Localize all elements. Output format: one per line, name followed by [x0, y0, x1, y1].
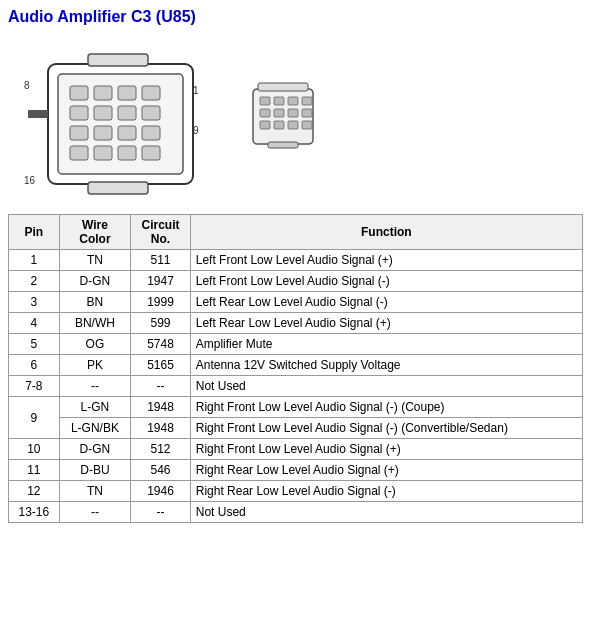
table-row: 6 PK 5165 Antenna 12V Switched Supply Vo… [9, 355, 583, 376]
table-row: 12 TN 1946 Right Rear Low Level Audio Si… [9, 481, 583, 502]
svg-rect-9 [142, 106, 160, 120]
svg-rect-11 [94, 126, 112, 140]
table-row: 10 D-GN 512 Right Front Low Level Audio … [9, 439, 583, 460]
svg-text:8: 8 [24, 80, 30, 91]
svg-rect-27 [260, 97, 270, 105]
table-row: 11 D-BU 546 Right Rear Low Level Audio S… [9, 460, 583, 481]
svg-rect-16 [118, 146, 136, 160]
svg-rect-31 [260, 109, 270, 117]
svg-rect-8 [118, 106, 136, 120]
connector-diagram-side [238, 69, 328, 169]
svg-rect-39 [268, 142, 298, 148]
col-header-wire-color: WireColor [59, 215, 131, 250]
svg-rect-12 [118, 126, 136, 140]
table-row: 9 L-GN 1948 Right Front Low Level Audio … [9, 397, 583, 418]
svg-rect-4 [118, 86, 136, 100]
svg-rect-38 [302, 121, 312, 129]
svg-rect-15 [94, 146, 112, 160]
svg-text:1: 1 [193, 85, 199, 96]
page-title: Audio Amplifier C3 (U85) [8, 8, 583, 26]
svg-rect-24 [88, 182, 148, 194]
svg-rect-30 [302, 97, 312, 105]
table-row: 13-16 -- -- Not Used [9, 502, 583, 523]
svg-rect-23 [88, 54, 148, 66]
svg-rect-34 [302, 109, 312, 117]
col-header-function: Function [190, 215, 582, 250]
col-header-pin: Pin [9, 215, 60, 250]
svg-rect-37 [288, 121, 298, 129]
svg-rect-5 [142, 86, 160, 100]
svg-text:16: 16 [24, 175, 36, 186]
connector-diagram-main: 8 1 9 16 [18, 34, 218, 204]
col-header-circuit: CircuitNo. [131, 215, 190, 250]
svg-rect-26 [258, 83, 308, 91]
svg-rect-7 [94, 106, 112, 120]
svg-rect-33 [288, 109, 298, 117]
svg-rect-32 [274, 109, 284, 117]
svg-rect-3 [94, 86, 112, 100]
table-row: 7-8 -- -- Not Used [9, 376, 583, 397]
svg-rect-35 [260, 121, 270, 129]
table-row: 5 OG 5748 Amplifier Mute [9, 334, 583, 355]
svg-rect-36 [274, 121, 284, 129]
svg-rect-6 [70, 106, 88, 120]
svg-rect-2 [70, 86, 88, 100]
svg-rect-29 [288, 97, 298, 105]
table-row: 4 BN/WH 599 Left Rear Low Level Audio Si… [9, 313, 583, 334]
svg-rect-17 [142, 146, 160, 160]
table-row: L-GN/BK 1948 Right Front Low Level Audio… [9, 418, 583, 439]
diagram-area: 8 1 9 16 [8, 34, 583, 204]
table-row: 3 BN 1999 Left Rear Low Level Audio Sign… [9, 292, 583, 313]
table-row: 2 D-GN 1947 Left Front Low Level Audio S… [9, 271, 583, 292]
svg-rect-14 [70, 146, 88, 160]
pin-table: Pin WireColor CircuitNo. Function 1 TN 5… [8, 214, 583, 523]
svg-rect-13 [142, 126, 160, 140]
svg-text:9: 9 [193, 125, 199, 136]
svg-rect-28 [274, 97, 284, 105]
table-row: 1 TN 511 Left Front Low Level Audio Sign… [9, 250, 583, 271]
svg-rect-10 [70, 126, 88, 140]
